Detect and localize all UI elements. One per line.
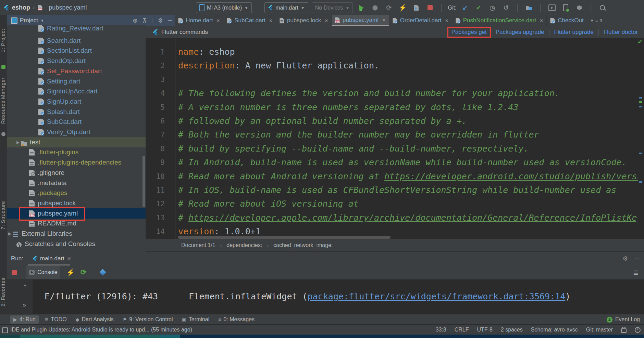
- tree-item-pubspec-lock[interactable]: pubspec.lock: [7, 198, 146, 208]
- close-icon[interactable]: ✕: [445, 18, 449, 23]
- tree-item-scratches[interactable]: Scratches and Consoles: [7, 239, 146, 249]
- stripe-tool-icon[interactable]: [1, 132, 5, 136]
- apple-versioning-link[interactable]: https://developer.apple.com/library/arch…: [188, 213, 638, 223]
- tree-item-flutter-plugins-dependencies[interactable]: .flutter-plugins-dependencies: [7, 157, 146, 168]
- breadcrumb-dependencies[interactable]: dependencies:: [225, 242, 263, 248]
- tab-subcat-dart[interactable]: SubCat.dart✕: [223, 15, 276, 26]
- code-area[interactable]: name: eshop description: A new Flutter a…: [176, 38, 638, 239]
- devices-selector[interactable]: No Devices▼: [312, 2, 353, 13]
- lock-icon[interactable]: [621, 328, 627, 333]
- stripe-mark[interactable]: [639, 153, 642, 154]
- indent-setting[interactable]: 2 spaces: [501, 327, 523, 333]
- toolwindow-terminal[interactable]: ▣Terminal: [179, 315, 213, 324]
- console-tab[interactable]: Console: [26, 265, 60, 279]
- toolwindow-dart-analysis[interactable]: ◆Dart Analysis: [73, 315, 117, 324]
- hide-panel-button[interactable]: ─: [168, 17, 172, 24]
- tree-item-gitignore[interactable]: .gitignore: [7, 168, 146, 178]
- breadcrumb-file[interactable]: pubspec.yaml: [49, 4, 87, 11]
- history-button[interactable]: ◷: [487, 3, 497, 13]
- tree-item-sectionlist[interactable]: SectionList.dart: [7, 46, 146, 56]
- tree-item-signinupacc[interactable]: SignInUpAcc.dart: [7, 86, 146, 96]
- settings-gear-icon[interactable]: ⚙: [622, 255, 628, 262]
- hidden-tabs-button[interactable]: ▼ ≡3: [588, 15, 604, 26]
- tab-pubspec-lock[interactable]: pubspec.lock✕: [276, 15, 332, 26]
- close-icon[interactable]: ✕: [382, 17, 386, 23]
- caret-position[interactable]: 33:3: [436, 327, 446, 333]
- close-icon[interactable]: ✕: [67, 256, 71, 261]
- stop-icon[interactable]: [12, 270, 17, 275]
- stripe-mark[interactable]: [639, 181, 642, 183]
- project-view-selector[interactable]: Project ▼: [11, 17, 44, 24]
- commit-tool-icon[interactable]: [1, 65, 5, 69]
- close-icon[interactable]: ✕: [216, 18, 220, 23]
- hot-reload-icon[interactable]: ⚡: [66, 268, 75, 276]
- stripe-resource-manager-button[interactable]: Resource Manager: [0, 73, 7, 128]
- device-file-explorer-button[interactable]: [524, 3, 534, 13]
- packages-upgrade-link[interactable]: Packages upgrade: [492, 28, 548, 37]
- breadcrumb-document[interactable]: Document 1/1: [180, 242, 217, 248]
- tree-item-splash[interactable]: Splash.dart: [7, 107, 146, 117]
- toolwindow-run[interactable]: ▶4: Run: [10, 315, 39, 324]
- expand-arrow-icon[interactable]: ▶: [16, 140, 21, 145]
- toolwindow-version-control[interactable]: ⚑9: Version Control: [120, 315, 176, 324]
- event-log-button[interactable]: 2 Event Log: [607, 314, 640, 325]
- toolwindow-switcher-icon[interactable]: [2, 327, 8, 333]
- memory-indicator-icon[interactable]: [635, 327, 641, 333]
- stripe-favorites-button[interactable]: 2: Favorites: [0, 273, 7, 311]
- stripe-structure-button[interactable]: 7: Structure: [0, 198, 7, 232]
- tab-orderdetail-dart[interactable]: OrderDetail.dart✕: [389, 15, 452, 26]
- git-update-button[interactable]: ↙: [460, 3, 470, 13]
- toolwindow-todo[interactable]: ≣TODO: [41, 315, 70, 324]
- expand-arrow-icon[interactable]: ▶: [8, 231, 13, 236]
- close-icon[interactable]: ✕: [540, 18, 543, 23]
- sdk-manager-button[interactable]: [574, 3, 584, 13]
- device-selector[interactable]: Mi A3 (mobile)▼: [196, 2, 252, 13]
- tree-item-flutter-plugins[interactable]: .flutter-plugins: [7, 147, 146, 157]
- flutter-upgrade-link[interactable]: Flutter upgrade: [550, 28, 598, 37]
- breadcrumb-project[interactable]: eshop: [12, 4, 30, 11]
- tree-item-packages[interactable]: .packages: [7, 188, 146, 198]
- tree-item-metadata[interactable]: .metadata: [7, 178, 146, 188]
- flutter-doctor-link[interactable]: Flutter doctor: [599, 28, 642, 37]
- hot-reload-button[interactable]: ⚡: [397, 3, 408, 13]
- git-branch[interactable]: Git: master: [586, 327, 613, 333]
- stacktrace-link[interactable]: package:flutter/src/widgets/framework.da…: [308, 291, 566, 301]
- tree-item-pubspec-yaml[interactable]: pubspec.yaml: [7, 208, 146, 219]
- locate-file-button[interactable]: ⊕: [133, 17, 138, 24]
- tab-home-dart[interactable]: Home.dart✕: [175, 15, 223, 26]
- tree-item-setting[interactable]: Setting.dart: [7, 76, 146, 87]
- android-versioning-link[interactable]: https://developer.android.com/studio/pub…: [384, 171, 638, 181]
- avd-manager-button[interactable]: [560, 3, 571, 13]
- tab-pushnotificationservice-dart[interactable]: PushNotificationService.dart✕: [452, 15, 547, 26]
- editor[interactable]: 1 2 3 4 5 6 7 8 9 10 11 12 13 14 name: e…: [146, 38, 638, 239]
- tree-item-readme[interactable]: README.md: [7, 218, 146, 229]
- hide-panel-button[interactable]: ─: [635, 255, 639, 262]
- run-anything-button[interactable]: [547, 3, 557, 13]
- flutter-attach-button[interactable]: [411, 3, 421, 13]
- stripe-mark[interactable]: [639, 97, 642, 99]
- tree-item-search[interactable]: Search.dart: [7, 36, 146, 46]
- stop-button[interactable]: [425, 3, 435, 13]
- tab-pubspec-yaml[interactable]: pubspec.yaml✕: [332, 15, 389, 26]
- dart-devtools-icon[interactable]: [99, 269, 106, 276]
- tree-item-sendotp[interactable]: SendOtp.dart: [7, 56, 146, 66]
- tree-item-test-folder[interactable]: ▶ test: [7, 137, 146, 147]
- settings-gear-icon[interactable]: ⚙: [158, 17, 163, 24]
- tree-item-verify-otp[interactable]: Verify_Otp.dart: [7, 127, 146, 137]
- close-icon[interactable]: ✕: [324, 18, 328, 23]
- packages-get-link[interactable]: Packages get: [447, 27, 491, 38]
- tree-item-subcat[interactable]: SubCat.dart: [7, 117, 146, 127]
- console-output[interactable]: ↑ » E/flutter (12916): #43 Element.infla…: [7, 280, 644, 314]
- stripe-mark[interactable]: [639, 101, 642, 103]
- status-message[interactable]: IDE and Plugin Updates: Android Studio i…: [10, 327, 192, 333]
- profiler-button[interactable]: ⟳: [384, 3, 394, 13]
- stripe-mark[interactable]: [639, 106, 642, 107]
- hot-restart-icon[interactable]: ⟳: [80, 268, 87, 276]
- run-button[interactable]: [356, 3, 367, 13]
- rollback-button[interactable]: ↺: [501, 3, 511, 13]
- breadcrumb-cached-network-image[interactable]: cached_network_image:: [272, 242, 334, 248]
- schema-setting[interactable]: Schema: avro-avsc: [531, 327, 578, 333]
- toolwindow-messages[interactable]: ≡0: Messages: [215, 315, 258, 324]
- tree-item-rating-review[interactable]: Rating_Review.dart: [7, 25, 146, 34]
- run-tab-main-dart[interactable]: main.dart✕: [30, 252, 73, 265]
